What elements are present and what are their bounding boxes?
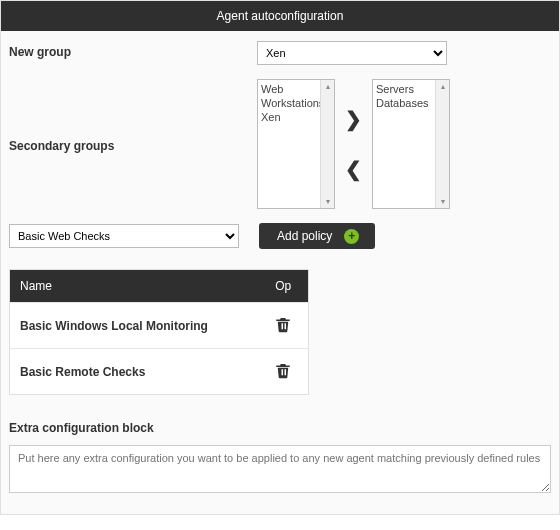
policies-table: Name Op Basic Windows Local Monitoring B… — [9, 269, 309, 395]
panel-title: Agent autoconfiguration — [217, 9, 344, 23]
scroll-down-icon[interactable]: ▾ — [326, 197, 330, 206]
policy-select[interactable]: Basic Web Checks — [9, 224, 239, 248]
cell-name: Basic Remote Checks — [10, 349, 259, 395]
add-policy-button[interactable]: Add policy + — [259, 223, 375, 249]
trash-icon[interactable] — [274, 368, 292, 382]
label-extra-config: Extra configuration block — [9, 421, 551, 435]
available-list[interactable]: Web Workstations Xen ▴ ▾ — [257, 79, 335, 209]
scroll-up-icon[interactable]: ▴ — [326, 82, 330, 91]
table-row: Basic Remote Checks — [10, 349, 309, 395]
row-secondary-groups: Secondary groups Web Workstations Xen ▴ … — [9, 79, 551, 209]
cell-name: Basic Windows Local Monitoring — [10, 303, 259, 349]
scrollbar[interactable]: ▴ ▾ — [435, 80, 449, 208]
table-row: Basic Windows Local Monitoring — [10, 303, 309, 349]
new-group-select[interactable]: Xen — [257, 41, 447, 65]
scroll-up-icon[interactable]: ▴ — [441, 82, 445, 91]
scrollbar[interactable]: ▴ ▾ — [320, 80, 334, 208]
col-name: Name — [10, 270, 259, 303]
extra-config-textarea[interactable] — [9, 445, 551, 493]
panel-header: Agent autoconfiguration — [1, 1, 559, 31]
agent-autoconfig-panel: Agent autoconfiguration New group Xen Se… — [0, 0, 560, 515]
label-new-group: New group — [9, 41, 257, 59]
move-left-icon[interactable]: ❮ — [345, 159, 362, 179]
label-secondary-groups: Secondary groups — [9, 135, 257, 153]
selected-list[interactable]: Servers Databases ▴ ▾ — [372, 79, 450, 209]
panel-body: New group Xen Secondary groups Web Works… — [1, 31, 559, 514]
move-right-icon[interactable]: ❯ — [345, 109, 362, 129]
add-policy-label: Add policy — [277, 229, 332, 243]
plus-icon: + — [344, 229, 359, 244]
policy-row: Basic Web Checks Add policy + — [9, 223, 551, 249]
dual-listbox: Web Workstations Xen ▴ ▾ ❯ ❮ — [257, 79, 551, 209]
transfer-arrows: ❯ ❮ — [345, 109, 362, 179]
trash-icon[interactable] — [274, 322, 292, 336]
col-op: Op — [259, 270, 309, 303]
row-new-group: New group Xen — [9, 41, 551, 65]
scroll-down-icon[interactable]: ▾ — [441, 197, 445, 206]
